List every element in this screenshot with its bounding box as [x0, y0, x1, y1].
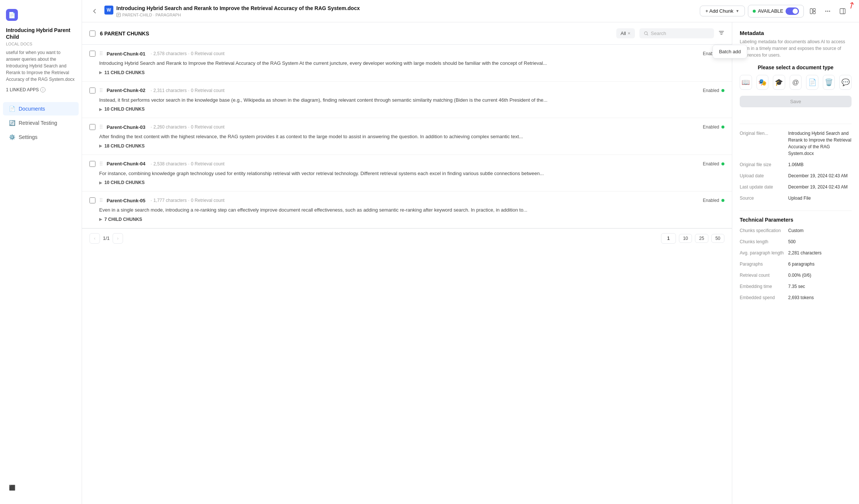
back-button[interactable]	[89, 6, 100, 16]
svg-point-5	[827, 10, 828, 12]
doc-type-doc[interactable]: 📄	[806, 75, 818, 90]
chunk-chars-2: ·2,311 characters·0 Retrieval count	[149, 88, 224, 93]
embedding-time-value: 7.35 sec	[788, 283, 852, 290]
svg-point-4	[825, 10, 827, 12]
chunk-status-3: Enabled	[703, 124, 724, 130]
svg-rect-2	[813, 9, 815, 11]
chevron-icon-1: ▶	[99, 70, 102, 75]
doc-type-drama[interactable]: 🎭	[756, 75, 769, 90]
available-label: AVAILABLE	[758, 8, 783, 14]
chunks-length-value: 500	[788, 238, 852, 245]
per-page-25[interactable]: 25	[695, 234, 708, 243]
per-page-10[interactable]: 10	[679, 234, 692, 243]
linked-apps-count: 1 LINKED APPS	[6, 87, 39, 92]
per-page-50[interactable]: 50	[711, 234, 724, 243]
select-all-checkbox[interactable]	[89, 31, 95, 37]
avg-para-label: Avg. paragraph length	[740, 250, 788, 256]
doc-type-book[interactable]: 📖	[740, 75, 752, 90]
chunk-checkbox-2[interactable]	[89, 88, 95, 93]
more-icon[interactable]	[822, 5, 834, 17]
chevron-icon-5: ▶	[99, 217, 102, 221]
doc-type-icons: 📖 🎭 🎓 @ 📄 🗑️ 💬	[740, 75, 852, 90]
chunk-text-1: Introducing Hybrid Search and Rerank to …	[99, 60, 724, 67]
info-icon: i	[40, 87, 45, 92]
chunk-checkbox-4[interactable]	[89, 161, 95, 167]
doc-type-edu[interactable]: 🎓	[773, 75, 785, 90]
available-dot	[753, 10, 756, 13]
drag-handle-2: ⠿	[99, 88, 103, 93]
child-chunks-toggle-2[interactable]: ▶ 10 CHILD CHUNKS	[99, 107, 724, 112]
chunk-text-4: For instance, combining knowledge graph …	[99, 170, 724, 177]
app-description: useful for when you want to answer queri…	[6, 49, 76, 83]
content-area: 6 PARENT CHUNKS All ✕ ⠿ Parent-Chunk-01	[82, 22, 859, 504]
chunk-chars-3: ·2,260 characters·0 Retrieval count	[149, 124, 224, 130]
file-size-row: Original file size 1.06MB	[740, 161, 852, 168]
child-chunks-toggle-3[interactable]: ▶ 18 CHILD CHUNKS	[99, 143, 724, 149]
paragraphs-row: Paragraphs 6 paragraphs	[740, 261, 852, 267]
embedding-time-row: Embedding time 7.35 sec	[740, 283, 852, 290]
paragraphs-label: Paragraphs	[740, 261, 788, 267]
svg-rect-3	[813, 12, 815, 14]
table-row: ⠿ Parent-Chunk-05 ·1,777 characters·0 Re…	[82, 191, 732, 228]
prev-page-button[interactable]: ‹	[89, 233, 100, 244]
filter-all-button[interactable]: All ✕	[616, 28, 635, 38]
child-chunks-count-3: 18 CHILD CHUNKS	[104, 143, 145, 149]
embedding-time-label: Embedding time	[740, 283, 788, 290]
metadata-desc: Labeling metadata for documents allows A…	[740, 38, 852, 58]
avg-para-value: 2,281 characters	[788, 250, 852, 256]
layout-icon[interactable]	[807, 5, 819, 17]
chunks-header: 6 PARENT CHUNKS All ✕	[82, 22, 732, 45]
chevron-icon-2: ▶	[99, 107, 102, 111]
child-chunks-toggle-1[interactable]: ▶ 11 CHILD CHUNKS	[99, 70, 724, 75]
upload-date-label: Upload date	[740, 172, 788, 179]
page-input[interactable]	[661, 233, 676, 244]
doc-meta-text: PARENT-CHILD · PARAGRAPH	[122, 13, 181, 17]
topbar-actions: + Add Chunk ▼ AVAILABLE ↗	[700, 5, 852, 18]
doc-icon: W	[104, 6, 113, 15]
chunk-checkbox-1[interactable]	[89, 51, 95, 57]
tech-params-title: Technical Parameters	[740, 217, 852, 223]
sidebar-item-settings[interactable]: ⚙️ Settings	[3, 130, 79, 144]
search-box[interactable]	[639, 28, 714, 38]
add-chunk-button[interactable]: + Add Chunk ▼	[700, 6, 745, 16]
chunk-id-2: Parent-Chunk-02	[107, 88, 145, 93]
next-page-button[interactable]: ›	[113, 233, 123, 244]
svg-rect-1	[810, 9, 812, 14]
last-update-row: Last update date December 19, 2024 02:43…	[740, 184, 852, 190]
sidebar-nav: 📄 Documents 🔄 Retrieval Testing ⚙️ Setti…	[0, 101, 82, 145]
sidebar-item-documents[interactable]: 📄 Documents	[3, 102, 79, 115]
sidebar-toggle-icon: ⬛	[9, 485, 15, 491]
chunk-checkbox-3[interactable]	[89, 124, 95, 130]
child-chunks-toggle-5[interactable]: ▶ 7 CHILD CHUNKS	[99, 217, 724, 222]
chunk-status-2: Enabled	[703, 88, 724, 93]
doc-type-title: Please select a document type	[740, 64, 852, 70]
chunks-spec-value: Custom	[788, 227, 852, 234]
original-filename-row: Original filen... Introducing Hybrid Sea…	[740, 130, 852, 157]
available-toggle[interactable]	[786, 7, 799, 15]
status-dot-3	[721, 126, 724, 129]
chunk-chars-4: ·2,538 characters·0 Retrieval count	[149, 161, 224, 167]
filter-icon[interactable]	[718, 30, 724, 37]
search-input[interactable]	[651, 31, 709, 36]
svg-rect-7	[840, 9, 845, 14]
sidebar-app-info: Introducing Hybrid Parent Child LOCAL DO…	[0, 27, 82, 98]
drag-handle-3: ⠿	[99, 124, 103, 130]
doc-type-email[interactable]: @	[790, 75, 802, 90]
file-size-value: 1.06MB	[788, 161, 852, 168]
child-chunks-toggle-4[interactable]: ▶ 10 CHILD CHUNKS	[99, 180, 724, 185]
sidebar-toggle-icon-btn[interactable]	[837, 5, 849, 17]
sidebar-bottom-toggle[interactable]: ⬛	[6, 482, 76, 494]
doc-type-chat[interactable]: 💬	[839, 75, 852, 90]
linked-apps: 1 LINKED APPS i	[6, 87, 76, 92]
sidebar-logo: 📄	[0, 6, 82, 27]
save-button[interactable]: Save	[740, 96, 852, 107]
svg-point-6	[829, 10, 830, 12]
app-icon: 📄	[6, 9, 18, 21]
upload-date-row: Upload date December 19, 2024 02:43 AM	[740, 172, 852, 179]
chunks-count: 6 PARENT CHUNKS	[100, 31, 612, 37]
chunk-checkbox-5[interactable]	[89, 197, 95, 203]
sidebar-item-retrieval[interactable]: 🔄 Retrieval Testing	[3, 116, 79, 130]
doc-meta: PARENT-CHILD · PARAGRAPH	[116, 13, 695, 17]
doc-type-trash[interactable]: 🗑️	[823, 75, 835, 90]
child-chunks-count-5: 7 CHILD CHUNKS	[104, 217, 142, 222]
